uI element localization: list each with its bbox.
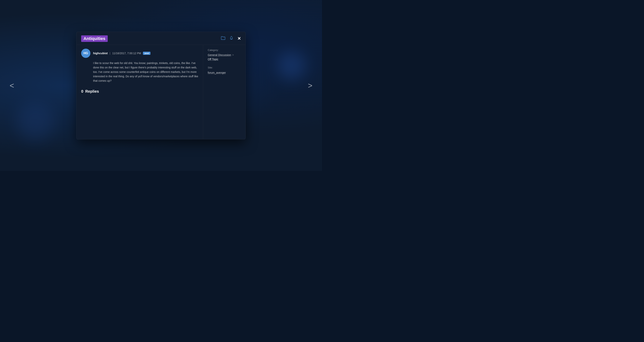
post-author: highcubist xyxy=(93,51,108,55)
bg-decoration-1 xyxy=(16,102,55,141)
modal-sidebar: Category: General Discussion > Off Topic… xyxy=(203,45,246,139)
reply-count-number: 0 xyxy=(81,89,83,94)
next-nav[interactable]: > xyxy=(308,81,312,90)
post-date: 11/16/2017, 7:00:12 PM xyxy=(112,52,141,55)
category-separator: > xyxy=(232,53,234,56)
site-label: Site: xyxy=(208,66,241,69)
bell-icon[interactable] xyxy=(229,36,234,41)
post-meta: highcubist | 11/16/2017, 7:00:12 PM post xyxy=(93,51,150,55)
modal-title: Antiquities xyxy=(81,35,108,42)
prev-nav[interactable]: < xyxy=(10,81,14,90)
site-name[interactable]: forum_avenger xyxy=(208,71,226,74)
category-label: Category: xyxy=(208,49,241,51)
post-modal: Antiquities ✕ HG highcubist xyxy=(76,32,246,139)
reply-count-label: Replies xyxy=(85,89,99,94)
modal-body: HG highcubist | 11/16/2017, 7:00:12 PM p… xyxy=(76,45,246,139)
category-parent[interactable]: General Discussion xyxy=(208,53,231,56)
user-avatar: HG xyxy=(81,49,90,58)
modal-main-content: HG highcubist | 11/16/2017, 7:00:12 PM p… xyxy=(76,45,203,139)
close-button[interactable]: ✕ xyxy=(237,36,241,41)
meta-separator: | xyxy=(110,51,110,55)
replies-section: 0 Replies xyxy=(81,89,198,94)
modal-header: Antiquities ✕ xyxy=(76,32,246,45)
post-content: I like to scour the web for old shit. Yo… xyxy=(93,61,198,83)
category-current[interactable]: Off Topic xyxy=(208,58,218,61)
next-arrow[interactable]: > xyxy=(308,81,312,90)
folder-icon[interactable] xyxy=(221,36,226,41)
post-type-badge: post xyxy=(143,52,150,55)
prev-arrow[interactable]: < xyxy=(10,81,14,90)
bg-decoration-2 xyxy=(277,51,306,80)
replies-count: 0 Replies xyxy=(81,89,198,94)
header-actions: ✕ xyxy=(221,36,241,41)
category-path: General Discussion > Off Topic xyxy=(208,53,241,61)
post-header: HG highcubist | 11/16/2017, 7:00:12 PM p… xyxy=(81,49,198,58)
category-section: Category: General Discussion > Off Topic xyxy=(208,49,241,61)
site-section: Site: forum_avenger xyxy=(208,66,241,74)
